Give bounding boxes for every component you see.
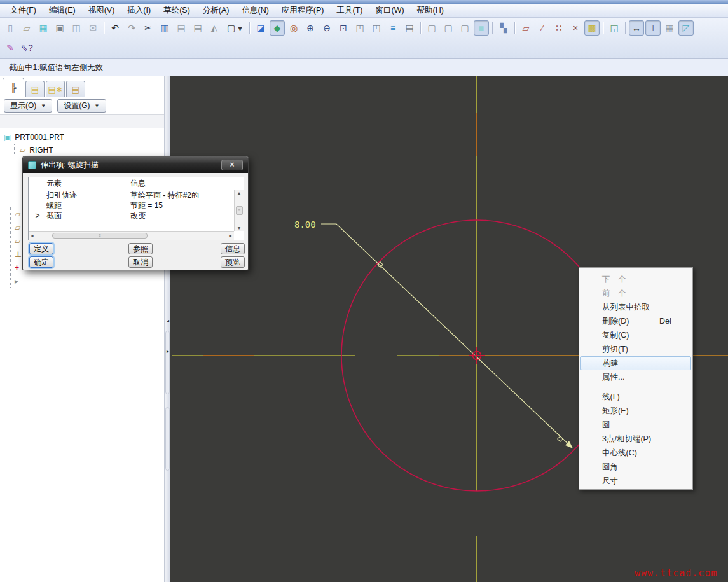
datum-plane-icon[interactable]: ▱: [15, 234, 22, 247]
redo-icon[interactable]: ↷: [124, 20, 139, 36]
fillet-menu-item[interactable]: 圆角: [580, 460, 691, 474]
tree-item-right[interactable]: ▱ RIGHT: [20, 144, 64, 156]
cut-icon[interactable]: ✂: [141, 20, 156, 36]
scroll-left-icon[interactable]: ◄: [30, 233, 34, 238]
datum-display-icon[interactable]: ◆: [270, 20, 285, 36]
grid-display-icon[interactable]: ▦: [662, 20, 677, 36]
print-icon[interactable]: ▣: [52, 20, 67, 36]
panel-splitter[interactable]: ◂ ▸: [164, 76, 170, 582]
menu-window[interactable]: 窗口(W): [369, 4, 410, 17]
menu-file[interactable]: 文件(F): [4, 4, 43, 17]
preview-button[interactable]: 预览: [221, 256, 245, 268]
circle-menu-item[interactable]: 圆: [580, 418, 691, 432]
open-icon[interactable]: ▱: [19, 20, 34, 36]
find-icon[interactable]: ◭: [207, 20, 222, 36]
hidden-line-icon[interactable]: ▢: [441, 20, 456, 36]
table-row[interactable]: 扫引轨迹 草绘平面 - 特征#2的: [29, 190, 244, 200]
email-link-icon[interactable]: ✉: [85, 20, 100, 36]
feature-icon[interactable]: ▸: [15, 274, 22, 288]
sketch-orient-icon[interactable]: ◲: [607, 20, 622, 36]
dimension-menu-item[interactable]: 尺寸: [580, 474, 691, 488]
paste-icon[interactable]: ▤: [174, 20, 189, 36]
sketch-diagonal-line[interactable]: [321, 224, 570, 446]
construct-menu-item[interactable]: 构建: [580, 356, 691, 370]
insert-marker-icon[interactable]: +: [15, 261, 22, 274]
spin-center-icon[interactable]: ◎: [286, 20, 301, 36]
vertical-scrollbar[interactable]: ▲ ≡ ▼: [234, 190, 244, 231]
pick-from-list-menu-item[interactable]: 从列表中拾取: [580, 300, 691, 314]
constraint-display-icon[interactable]: ⊥: [645, 20, 661, 36]
shaded-icon[interactable]: ■: [474, 20, 489, 36]
scrollbar-thumb[interactable]: ≡: [236, 206, 243, 215]
dialog-title-bar[interactable]: 伸出项: 螺旋扫描 ×: [23, 156, 248, 173]
splitter-handle[interactable]: [165, 407, 170, 471]
three-point-tangent-menu-item[interactable]: 3点/相切端(P): [580, 432, 691, 446]
plane-display-icon[interactable]: ▱: [518, 20, 533, 36]
copy-icon[interactable]: ▥: [157, 20, 172, 36]
cut-menu-item[interactable]: 剪切(T): [580, 342, 691, 356]
reorient-icon[interactable]: ◳: [352, 20, 367, 36]
view-manager-icon[interactable]: ▤: [402, 20, 417, 36]
folder-browser-tab[interactable]: ▤: [25, 81, 45, 97]
dimension-value[interactable]: 8.00: [294, 219, 316, 230]
csys-display-icon[interactable]: ×: [568, 20, 583, 36]
repaint-icon[interactable]: ◪: [253, 20, 268, 36]
settings-dropdown-button[interactable]: 设置(G) ▼: [57, 99, 106, 113]
no-hidden-line-icon[interactable]: ▢: [457, 20, 472, 36]
horizontal-scrollbar[interactable]: ◄ ≡ ►: [29, 231, 234, 240]
model-tree-tab[interactable]: ╠: [3, 78, 24, 97]
vertex-display-icon[interactable]: ◸: [678, 20, 694, 36]
rectangle-menu-item[interactable]: 矩形(E): [580, 404, 691, 418]
favorites-tab[interactable]: ▤∗: [46, 81, 65, 97]
sketcher-tool-icon[interactable]: ✎: [3, 40, 18, 55]
zoom-out-icon[interactable]: ⊖: [319, 20, 334, 36]
references-button[interactable]: 参照: [128, 243, 153, 254]
scroll-up-icon[interactable]: ▲: [237, 191, 242, 195]
selection-filter-icon[interactable]: ▢ ▾: [223, 20, 246, 36]
menu-sketch[interactable]: 草绘(S): [157, 4, 196, 17]
origin-marker-icon[interactable]: [469, 347, 485, 364]
zoom-in-icon[interactable]: ⊕: [303, 20, 318, 36]
close-icon[interactable]: ×: [221, 160, 243, 170]
undo-icon[interactable]: ↶: [107, 20, 123, 36]
centerline-menu-item[interactable]: 中心线(C): [580, 446, 691, 460]
datum-plane-icon[interactable]: ▱: [15, 221, 22, 234]
show-dropdown-button[interactable]: 显示(O) ▼: [4, 99, 52, 113]
model-tree-toggle-icon[interactable]: ▚: [496, 20, 511, 36]
scrollbar-thumb[interactable]: ≡: [52, 233, 148, 239]
scroll-right-icon[interactable]: ►: [228, 233, 233, 238]
plane-tag-display-icon[interactable]: ▩: [584, 20, 600, 36]
point-display-icon[interactable]: ∷: [551, 20, 567, 36]
menu-help[interactable]: 帮助(H): [411, 4, 450, 17]
menu-insert[interactable]: 插入(I): [121, 4, 157, 17]
dimension-display-icon[interactable]: ↔: [629, 20, 644, 36]
delete-menu-item[interactable]: 删除(D) Del: [580, 314, 691, 328]
save-icon[interactable]: ▦: [36, 20, 51, 36]
scroll-down-icon[interactable]: ▼: [237, 226, 242, 230]
new-file-icon[interactable]: ▯: [3, 20, 18, 36]
table-row[interactable]: 螺距 节距 = 15: [29, 200, 244, 211]
save-a-copy-icon[interactable]: ◫: [69, 20, 84, 36]
ok-button[interactable]: 确定: [29, 256, 53, 268]
connections-tab[interactable]: ▤: [66, 81, 85, 97]
line-menu-item[interactable]: 线(L): [580, 390, 691, 404]
annotation-icon[interactable]: ◰: [369, 20, 384, 36]
layers-icon[interactable]: ≡: [385, 20, 401, 36]
cancel-button[interactable]: 取消: [128, 256, 153, 268]
menu-analysis[interactable]: 分析(A): [196, 4, 236, 17]
datum-plane-icon[interactable]: ▱: [15, 207, 22, 221]
previous-menu-item[interactable]: 前一个: [580, 286, 691, 300]
menu-view[interactable]: 视图(V): [82, 4, 121, 17]
paste-special-icon[interactable]: ▤: [190, 20, 205, 36]
table-row[interactable]: > 截面 改变: [29, 211, 244, 221]
splitter-handle[interactable]: [165, 331, 170, 394]
zoom-refit-icon[interactable]: ⊡: [336, 20, 351, 36]
info-button[interactable]: 信息: [221, 243, 245, 254]
context-help-icon[interactable]: ⇖?: [19, 40, 34, 55]
properties-menu-item[interactable]: 属性...: [580, 370, 691, 384]
menu-applications[interactable]: 应用程序(P): [275, 4, 331, 17]
menu-edit[interactable]: 编辑(E): [43, 4, 82, 17]
define-button[interactable]: 定义: [29, 243, 53, 254]
axis-display-icon[interactable]: ∕: [535, 20, 550, 36]
menu-info[interactable]: 信息(N): [235, 4, 275, 17]
